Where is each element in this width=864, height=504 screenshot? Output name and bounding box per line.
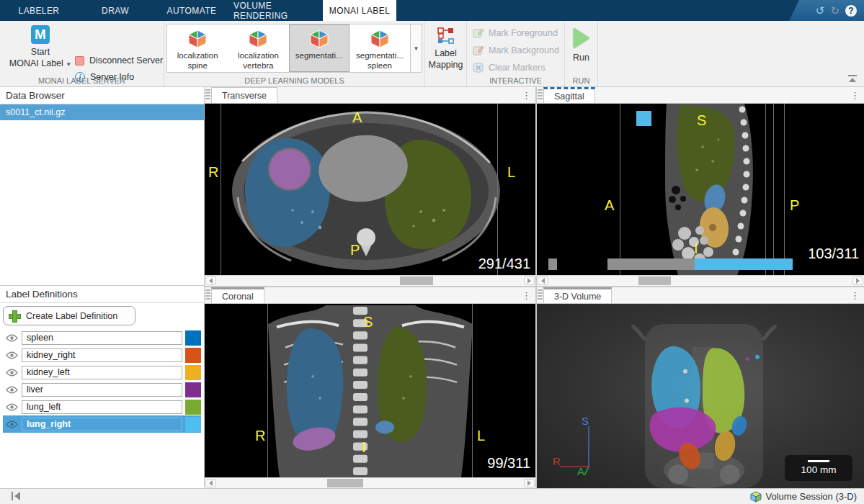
disconnect-label: Disconnect Server [89, 55, 163, 66]
scroll-right-button[interactable] [524, 479, 535, 487]
eye-visibility-icon[interactable] [4, 386, 19, 394]
coronal-scrollbar[interactable] [205, 477, 535, 488]
orientation-marker-right: R [208, 164, 218, 181]
label-color-swatch[interactable] [185, 348, 201, 363]
volume3d-tab[interactable]: 3-D Volume [543, 287, 612, 303]
help-icon[interactable]: ? [845, 5, 857, 17]
label-color-swatch[interactable] [185, 417, 201, 432]
label-name-field[interactable]: liver [22, 383, 182, 397]
model-segmentation-spleen[interactable]: segmentati... spleen [349, 24, 410, 72]
label-name-field[interactable]: lung_right [22, 418, 182, 431]
scroll-left-button[interactable] [205, 479, 216, 487]
run-button[interactable]: Run [565, 27, 597, 63]
scroll-right-button[interactable] [524, 276, 535, 285]
orientation-marker-posterior: P [350, 242, 360, 258]
tab-automate[interactable]: AUTOMATE [153, 0, 231, 21]
label-name-field[interactable]: kidney_left [22, 366, 182, 379]
label-row-liver[interactable]: liver [3, 381, 201, 398]
sagittal-scrollbar[interactable] [537, 275, 864, 286]
mark-background-icon [473, 45, 484, 56]
mark-background-button[interactable]: Mark Background [473, 45, 559, 56]
drag-grip-icon[interactable] [538, 289, 543, 301]
quick-access-toolbar: ↺ ↻ ? [789, 0, 864, 21]
collapse-ribbon-button[interactable] [848, 75, 857, 82]
collapse-panel-button[interactable] [12, 490, 22, 503]
scale-bar-label: 100 mm [785, 464, 852, 475]
viewport-3d-volume: 3-D Volume ⋮ [537, 287, 864, 488]
eye-visibility-icon[interactable] [4, 369, 19, 377]
drag-grip-icon[interactable] [205, 289, 210, 301]
label-row-kidney-left[interactable]: kidney_left [3, 364, 201, 381]
transverse-canvas[interactable]: A R L P 291/431 [205, 104, 535, 275]
gallery-dropdown-button[interactable]: ▼ [410, 24, 422, 72]
transverse-scrollbar[interactable] [205, 275, 535, 286]
active-label-color-swatch [636, 111, 651, 126]
kebab-menu-icon[interactable]: ⋮ [522, 287, 535, 303]
model-cube-icon [309, 29, 329, 49]
scrollbar-thumb[interactable] [327, 479, 363, 487]
tab-draw[interactable]: DRAW [78, 0, 153, 21]
model-localization-vertebra[interactable]: localization vertebra [228, 24, 288, 72]
viewport-coronal: Coronal ⋮ [205, 287, 535, 488]
model-gallery: localization spine localization vertebra [166, 24, 422, 73]
volume3d-canvas[interactable]: S R A 100 mm [537, 304, 864, 488]
tab-volume-rendering[interactable]: VOLUME RENDERING [231, 0, 323, 21]
label-row-lung-left[interactable]: lung_left [3, 398, 201, 415]
scrollbar-thumb[interactable] [638, 276, 671, 285]
label-row-lung-right-selected[interactable]: lung_right [3, 415, 201, 433]
kebab-menu-icon[interactable]: ⋮ [522, 87, 535, 103]
slice-line [784, 104, 785, 275]
ribbon-group-models: localization spine localization vertebra [164, 21, 425, 86]
scroll-right-button[interactable] [852, 276, 863, 285]
model-localization-spine[interactable]: localization spine [167, 24, 228, 72]
label-row-spleen[interactable]: spleen [3, 329, 201, 346]
tab-monai-label[interactable]: MONAI LABEL [323, 0, 396, 21]
scroll-left-button[interactable] [538, 276, 548, 285]
orientation-marker-anterior: A [352, 109, 362, 126]
redo-icon[interactable]: ↻ [830, 5, 839, 16]
chevron-down-icon: ▼ [66, 61, 71, 68]
transverse-tab[interactable]: Transverse [211, 87, 277, 103]
label-color-swatch[interactable] [185, 330, 201, 346]
ribbon-group-interactive: Mark Foreground Mark Background Clear Ma… [467, 21, 565, 86]
label-color-swatch[interactable] [185, 365, 201, 380]
clear-markers-button[interactable]: Clear Markers [473, 62, 545, 73]
undo-icon[interactable]: ↺ [816, 5, 825, 16]
sagittal-tab[interactable]: Sagittal [543, 87, 595, 103]
sagittal-canvas[interactable]: S A P I 103/311 [537, 104, 864, 275]
start-monai-label-button[interactable]: M Start MONAI Label ▼ [9, 25, 72, 69]
eye-visibility-icon[interactable] [4, 420, 19, 428]
eye-visibility-icon[interactable] [4, 403, 19, 411]
scrollbar-thumb[interactable] [400, 276, 433, 285]
data-browser-header: Data Browser [0, 87, 204, 104]
label-name-field[interactable]: lung_left [22, 400, 182, 414]
label-name-field[interactable]: kidney_right [22, 348, 182, 362]
tab-labeler[interactable]: LABELER [0, 0, 78, 21]
viewport-grid: Transverse ⋮ [205, 87, 864, 488]
data-browser-item-selected[interactable]: s0011_ct.nii.gz [0, 104, 204, 120]
create-label-definition-button[interactable]: Create Label Definition [3, 306, 135, 325]
label-color-swatch[interactable] [185, 400, 201, 415]
label-row-kidney-right[interactable]: kidney_right [3, 346, 201, 364]
session-label: Volume Session (3-D) [766, 491, 857, 502]
mark-foreground-button[interactable]: Mark Foreground [473, 27, 558, 39]
label-color-swatch[interactable] [185, 382, 201, 397]
kebab-menu-icon[interactable]: ⋮ [850, 287, 864, 303]
kebab-menu-icon[interactable]: ⋮ [850, 87, 864, 103]
label-name-field[interactable]: spleen [22, 331, 182, 345]
model-segmentation-selected[interactable]: segmentati... [289, 24, 349, 72]
monai-m-icon: M [31, 25, 50, 44]
eye-visibility-icon[interactable] [4, 351, 19, 359]
section-label-monai-server: MONAI LABEL SERVER [0, 76, 164, 85]
scroll-left-button[interactable] [205, 276, 216, 285]
model-name-line2: vertebra [228, 61, 288, 71]
eye-visibility-icon[interactable] [4, 334, 19, 342]
main-area: Data Browser s0011_ct.nii.gz Label Defin… [0, 87, 864, 488]
label-mapping-button[interactable]: Label Mapping [425, 27, 466, 71]
drag-grip-icon[interactable] [538, 89, 543, 101]
disconnect-server-button[interactable]: Disconnect Server [75, 55, 163, 66]
coronal-tab[interactable]: Coronal [211, 287, 264, 303]
drag-grip-icon[interactable] [205, 89, 210, 101]
coronal-canvas[interactable]: S R L I 99/311 [205, 304, 535, 477]
slice-line [765, 104, 766, 275]
